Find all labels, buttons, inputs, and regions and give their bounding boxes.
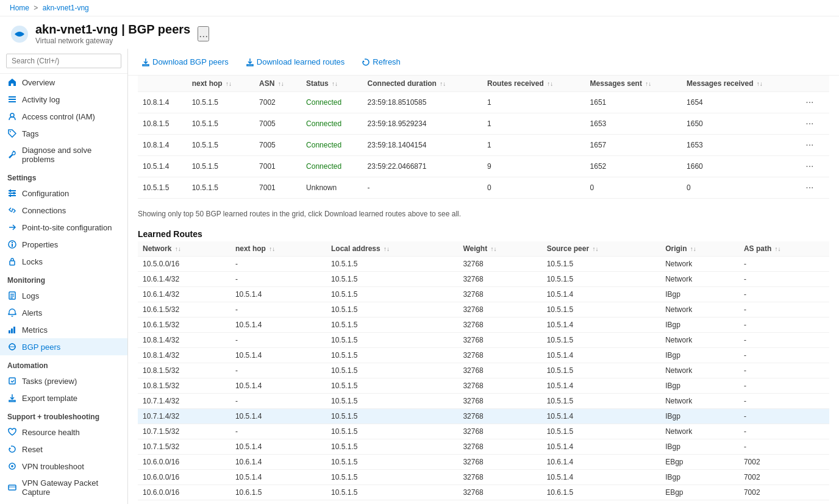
refresh-button[interactable]: Refresh (358, 55, 404, 69)
cell-peer: 10.5.1.5 (138, 177, 187, 199)
table-row: 10.7.1.5/32 - 10.5.1.5 32768 10.5.1.5 Ne… (138, 424, 829, 439)
row-menu-button[interactable]: ··· (803, 96, 816, 109)
more-options-button[interactable]: ... (198, 26, 209, 41)
cell-weight: 32768 (458, 287, 541, 302)
col-network: Network ↑↓ (138, 241, 230, 257)
row-menu-button[interactable]: ··· (803, 181, 816, 194)
sidebar-item-metrics[interactable]: Metrics (0, 321, 127, 338)
svg-rect-28 (9, 485, 16, 490)
cell-local-addr: 10.5.1.5 (326, 470, 458, 485)
doc-icon (7, 291, 17, 300)
cell-sent: 1657 (585, 135, 682, 156)
svg-rect-10 (10, 190, 11, 192)
sidebar-item-tags[interactable]: Tags (0, 125, 127, 142)
svg-rect-20 (10, 297, 13, 299)
cell-origin: IBgp (660, 470, 739, 485)
cell-next-hop: - (230, 257, 326, 272)
sidebar-item-diagnose[interactable]: Diagnose and solve problems (0, 142, 127, 168)
cell-duration: - (363, 177, 482, 199)
download-learned-routes-button[interactable]: Download learned routes (242, 55, 349, 69)
cell-as-path: - (739, 409, 829, 424)
svg-rect-9 (9, 195, 16, 196)
cell-local-addr: 10.5.1.5 (326, 272, 458, 287)
col-source-peer: Source peer ↑↓ (542, 241, 660, 257)
svg-rect-26 (9, 378, 15, 384)
cell-menu[interactable]: ··· (798, 156, 829, 177)
sidebar-item-vpn-troubleshoot[interactable]: VPN troubleshoot (0, 458, 127, 475)
packet-icon (7, 483, 17, 492)
cell-local-addr: 10.5.1.5 (326, 302, 458, 318)
sidebar-item-bgp-peers[interactable]: BGP peers (0, 338, 127, 355)
sidebar-item-point-to-site[interactable]: Point-to-site configuration (0, 219, 127, 236)
sidebar-item-tasks[interactable]: Tasks (preview) (0, 372, 127, 389)
cell-next-hop: - (230, 302, 326, 318)
sidebar-item-resource-health[interactable]: Resource health (0, 424, 127, 441)
row-menu-button[interactable]: ··· (803, 138, 816, 152)
sidebar-item-overview[interactable]: Overview (0, 74, 127, 91)
search-input[interactable] (6, 54, 121, 68)
table-row: 10.8.1.5 10.5.1.5 7005 Connected 23:59:1… (138, 113, 829, 135)
cell-weight: 32768 (458, 333, 541, 348)
cell-next-hop: 10.5.1.5 (187, 113, 254, 135)
sidebar-item-reset[interactable]: Reset (0, 441, 127, 458)
cell-next-hop: 10.7.1.4 (230, 500, 326, 505)
export-icon (7, 393, 17, 403)
sidebar-item-export-template[interactable]: Export template (0, 389, 127, 406)
table-row: 10.6.0.0/16 10.6.1.4 10.5.1.5 32768 10.6… (138, 455, 829, 470)
sidebar-item-locks[interactable]: Locks (0, 253, 127, 270)
sidebar-item-activity-log[interactable]: Activity log (0, 91, 127, 108)
cell-next-hop: - (230, 394, 326, 409)
user-shield-icon (7, 112, 17, 121)
sidebar-label: VPN troubleshoot (22, 462, 84, 471)
download-bgp-peers-button[interactable]: Download BGP peers (138, 55, 232, 69)
cell-as-path: - (739, 424, 829, 439)
download-icon (141, 58, 150, 66)
cell-local-addr: 10.5.1.5 (326, 439, 458, 455)
cell-menu[interactable]: ··· (798, 113, 829, 135)
settings-section-label: Settings (0, 168, 127, 185)
sidebar-label: Resource health (22, 428, 80, 437)
sidebar-item-new-support[interactable]: New support request (0, 500, 127, 504)
sidebar-item-logs[interactable]: Logs (0, 287, 127, 304)
row-menu-button[interactable]: ··· (803, 117, 816, 130)
cell-network: 10.8.1.4/32 (138, 333, 230, 348)
cell-next-hop: 10.5.1.4 (230, 348, 326, 363)
cell-source-peer: 10.5.1.4 (542, 348, 660, 363)
sidebar-item-iam[interactable]: Access control (IAM) (0, 108, 127, 125)
breadcrumb: Home > akn-vnet1-vng (0, 0, 839, 16)
row-menu-button[interactable]: ··· (803, 160, 816, 173)
svg-rect-14 (12, 244, 13, 247)
cell-received: 1650 (682, 113, 798, 135)
table-row: 10.6.1.4/32 - 10.5.1.5 32768 10.5.1.5 Ne… (138, 272, 829, 287)
cell-menu[interactable]: ··· (798, 177, 829, 199)
cell-local-addr: 10.5.1.5 (326, 500, 458, 505)
svg-point-5 (10, 113, 14, 117)
bgp-peers-table-container: next hop ↑↓ ASN ↑↓ Status ↑↓ Connected d… (128, 76, 839, 199)
table-row: 10.7.1.4/32 - 10.5.1.5 32768 10.5.1.5 Ne… (138, 394, 829, 409)
cell-weight: 32768 (458, 409, 541, 424)
cell-menu[interactable]: ··· (798, 92, 829, 113)
cell-network: 10.6.0.0/16 (138, 455, 230, 470)
table-row: 10.8.1.5/32 10.5.1.4 10.5.1.5 32768 10.5… (138, 378, 829, 394)
cell-network: 10.7.1.4/32 (138, 409, 230, 424)
sidebar-item-connections[interactable]: Connections (0, 202, 127, 219)
cell-origin: IBgp (660, 318, 739, 333)
col-next-hop: next hop ↑↓ (230, 241, 326, 257)
breadcrumb-home[interactable]: Home (10, 4, 29, 12)
sidebar-item-alerts[interactable]: Alerts (0, 304, 127, 321)
cell-menu[interactable]: ··· (798, 135, 829, 156)
cell-sent: 1653 (585, 113, 682, 135)
sidebar-label: VPN Gateway Packet Capture (22, 478, 120, 497)
col-next-hop: next hop ↑↓ (187, 76, 254, 92)
cell-source-peer: 10.5.1.5 (542, 257, 660, 272)
cell-next-hop: 10.5.1.5 (187, 92, 254, 113)
sidebar-item-vpn-packet-capture[interactable]: VPN Gateway Packet Capture (0, 475, 127, 500)
sidebar-search-container (0, 49, 127, 74)
cell-duration: 23:59:22.0466871 (363, 156, 482, 177)
breadcrumb-current[interactable]: akn-vnet1-vng (43, 4, 89, 12)
page-subtitle: Virtual network gateway (35, 37, 190, 45)
cell-origin: Network (660, 363, 739, 378)
sidebar-item-properties[interactable]: Properties (0, 236, 127, 253)
col-weight: Weight ↑↓ (458, 241, 541, 257)
sidebar-item-configuration[interactable]: Configuration (0, 185, 127, 202)
